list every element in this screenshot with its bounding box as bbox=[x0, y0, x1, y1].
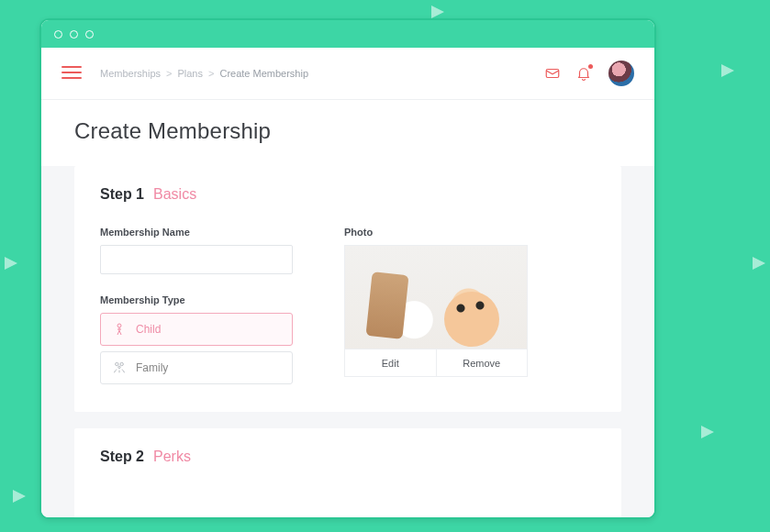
step1-card: Step 1 Basics Membership Name Membership… bbox=[74, 166, 621, 412]
top-bar: Memberships > Plans > Create Membership bbox=[41, 48, 654, 100]
svg-point-10 bbox=[118, 366, 120, 368]
svg-marker-3 bbox=[5, 257, 17, 270]
hamburger-menu-icon[interactable] bbox=[61, 66, 82, 81]
window-chrome bbox=[41, 20, 654, 48]
breadcrumb: Memberships > Plans > Create Membership bbox=[100, 68, 308, 79]
photo-preview bbox=[345, 246, 527, 349]
type-option-child[interactable]: Child bbox=[100, 313, 293, 346]
type-option-label: Family bbox=[136, 361, 168, 374]
svg-marker-4 bbox=[13, 490, 26, 503]
svg-marker-2 bbox=[753, 257, 765, 270]
breadcrumb-plans[interactable]: Plans bbox=[177, 68, 203, 79]
photo-edit-button[interactable]: Edit bbox=[345, 349, 436, 376]
person-icon bbox=[112, 322, 127, 337]
breadcrumb-sep: > bbox=[166, 68, 172, 79]
svg-marker-1 bbox=[721, 64, 734, 77]
app-window: Memberships > Plans > Create Membership … bbox=[39, 18, 656, 519]
membership-type-label: Membership Type bbox=[100, 294, 293, 305]
step2-name: Perks bbox=[153, 449, 191, 465]
bell-icon[interactable] bbox=[575, 65, 592, 82]
photo-label: Photo bbox=[344, 227, 596, 238]
membership-name-label: Membership Name bbox=[100, 227, 293, 238]
svg-point-9 bbox=[120, 362, 123, 365]
step2-number: Step 2 bbox=[100, 449, 144, 465]
svg-point-7 bbox=[117, 324, 121, 327]
photo-remove-button[interactable]: Remove bbox=[436, 349, 528, 376]
svg-rect-6 bbox=[546, 70, 559, 78]
window-control-dot[interactable] bbox=[85, 30, 94, 39]
breadcrumb-memberships[interactable]: Memberships bbox=[100, 68, 161, 79]
step2-card: Step 2 Perks bbox=[74, 428, 621, 519]
mail-icon[interactable] bbox=[544, 65, 561, 82]
family-icon bbox=[112, 360, 127, 375]
window-control-dot[interactable] bbox=[70, 30, 78, 39]
membership-name-input[interactable] bbox=[100, 245, 293, 274]
breadcrumb-current: Create Membership bbox=[219, 68, 308, 79]
avatar[interactable] bbox=[608, 61, 634, 86]
svg-marker-0 bbox=[431, 6, 444, 18]
svg-marker-5 bbox=[701, 426, 714, 438]
svg-point-8 bbox=[116, 362, 118, 365]
step1-name: Basics bbox=[153, 186, 196, 203]
step1-number: Step 1 bbox=[100, 186, 144, 203]
window-control-dot[interactable] bbox=[54, 30, 62, 39]
page-title: Create Membership bbox=[74, 118, 621, 144]
photo-box: Edit Remove bbox=[344, 245, 528, 377]
type-option-family[interactable]: Family bbox=[100, 351, 293, 384]
breadcrumb-sep: > bbox=[208, 68, 214, 79]
type-option-label: Child bbox=[136, 323, 161, 336]
